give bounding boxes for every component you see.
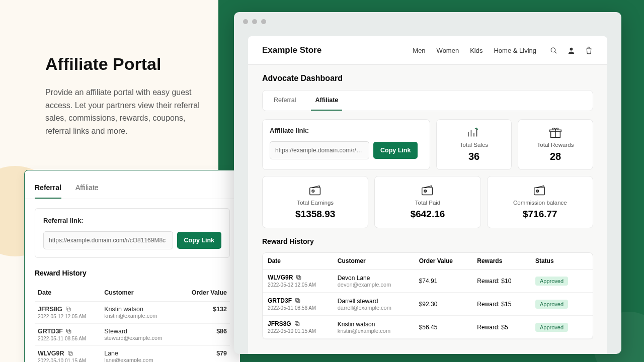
col-order-value: Order Value	[419, 257, 477, 264]
status-badge: Approved	[535, 323, 568, 332]
referral-link-label: Referral link:	[43, 217, 221, 224]
affiliate-link-label: Affiliate link:	[270, 127, 423, 134]
col-status: Status	[535, 257, 588, 264]
table-row: WLVG9R2022-05-10 01.15 AM Lanelane@examp…	[35, 346, 230, 363]
copy-icon[interactable]	[294, 321, 300, 327]
nav-link[interactable]: Kids	[470, 47, 482, 54]
earning-card: $Total Earnings$1358.93	[262, 176, 368, 228]
tab-affiliate[interactable]: Affiliate	[75, 178, 99, 199]
total-rewards-label: Total Rewards	[537, 142, 574, 148]
wallet-icon: $	[308, 185, 323, 197]
col-customer: Customer	[101, 284, 179, 302]
earning-card: $Total Paid$642.16	[374, 176, 480, 228]
status-badge: Approved	[535, 277, 568, 286]
svg-rect-24	[296, 299, 299, 302]
store-brand[interactable]: Example Store	[262, 45, 321, 55]
gift-icon	[548, 127, 563, 139]
svg-rect-25	[296, 323, 299, 326]
svg-text:$: $	[312, 190, 314, 193]
svg-line-7	[555, 51, 557, 53]
svg-rect-3	[67, 329, 70, 332]
svg-rect-0	[67, 308, 70, 311]
copy-icon[interactable]	[67, 350, 73, 356]
table-row: GRTD3F 2022-05-11 08.56 AM Darrell stewa…	[263, 293, 593, 316]
page-title: Advocate Dashboard	[262, 74, 593, 83]
total-rewards-value: 28	[550, 151, 561, 162]
svg-point-8	[570, 47, 573, 50]
col-customer: Customer	[338, 257, 419, 264]
browser-window: Example Store MenWomenKidsHome & Living …	[234, 12, 621, 354]
tab-affiliate[interactable]: Affiliate	[311, 90, 342, 111]
svg-point-6	[551, 48, 555, 52]
page-subtext: Provide an affiliate portal with easy gu…	[45, 86, 206, 137]
mini-portal-card: Referral Affiliate Referral link: https:…	[24, 170, 240, 362]
svg-rect-21	[298, 277, 301, 280]
tab-referral[interactable]: Referral	[270, 90, 300, 111]
svg-rect-12	[309, 188, 320, 195]
total-sales-label: Total Sales	[460, 142, 488, 148]
wallet-icon: $	[532, 185, 547, 197]
svg-rect-15	[422, 188, 433, 195]
svg-rect-22	[297, 276, 300, 279]
total-sales-value: 36	[468, 151, 479, 162]
affiliate-link-input[interactable]: https://example.domain.com/r/cO81169M8c	[270, 141, 369, 159]
copy-link-button[interactable]: Copy Link	[373, 142, 418, 159]
svg-rect-23	[297, 300, 300, 303]
nav-link[interactable]: Men	[413, 47, 425, 54]
table-row: JFRS8G2022-05-12 12.05 AM Kristin watson…	[35, 302, 230, 324]
page-headline: Affiliate Portal	[45, 54, 206, 74]
nav-link[interactable]: Women	[437, 47, 459, 54]
user-icon[interactable]	[567, 46, 576, 55]
referral-link-input[interactable]: https://example.domain.com/r/cO81169M8c	[43, 231, 173, 249]
table-row: JFRS8G 2022-05-10 01.15 AM Kristin watso…	[263, 316, 593, 339]
table-row: WLVG9R 2022-05-12 12.05 AM Devon Lanedev…	[263, 269, 593, 293]
copy-link-button[interactable]: Copy Link	[177, 232, 221, 249]
svg-rect-1	[66, 307, 69, 310]
col-rewards: Rewards	[477, 257, 535, 264]
svg-text:$: $	[425, 190, 426, 193]
window-controls	[243, 19, 266, 24]
copy-icon[interactable]	[66, 328, 72, 334]
copy-icon[interactable]	[296, 275, 302, 281]
svg-rect-4	[69, 352, 72, 355]
col-order-value: Order Value	[180, 284, 230, 302]
reward-history-title: Reward History	[35, 269, 230, 277]
chart-icon	[466, 127, 481, 139]
col-date: Date	[268, 257, 338, 264]
svg-rect-18	[534, 188, 545, 195]
copy-icon[interactable]	[65, 306, 71, 312]
svg-text:$: $	[537, 190, 538, 193]
copy-icon[interactable]	[295, 298, 301, 304]
tab-referral[interactable]: Referral	[35, 178, 61, 199]
svg-rect-26	[295, 322, 298, 325]
svg-rect-5	[68, 351, 71, 354]
cart-icon[interactable]	[585, 46, 593, 55]
svg-rect-2	[68, 330, 71, 333]
nav-link[interactable]: Home & Living	[494, 47, 536, 54]
status-badge: Approved	[535, 300, 568, 309]
search-icon[interactable]	[549, 46, 558, 55]
earning-card: $Commission balance$716.77	[487, 176, 593, 228]
table-row: GRTD3F2022-05-11 08.56 AM Stewardsteward…	[35, 324, 230, 346]
wallet-icon: $	[420, 185, 435, 197]
reward-history-title: Reward History	[262, 237, 593, 245]
col-date: Date	[35, 284, 101, 302]
